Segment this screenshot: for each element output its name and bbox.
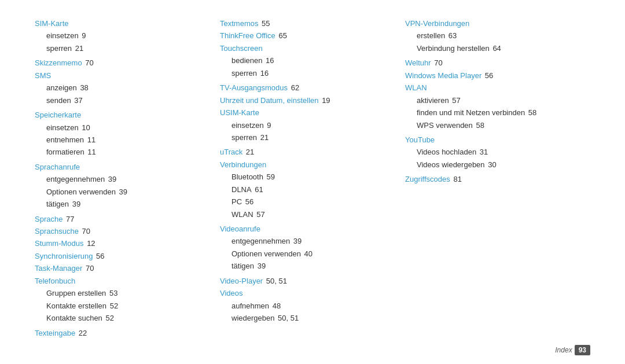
index-sub-item: Kontakte erstellen 52 [35, 300, 208, 312]
page: SIM-Karteeinsetzen 9sperren 21Skizzenmem… [0, 0, 625, 364]
index-link-item: Touchscreen [220, 42, 394, 54]
index-link-item: Sprache 77 [35, 213, 208, 225]
index-link[interactable]: Stumm-Modus [35, 239, 84, 248]
column-3: VPN-Verbindungenerstellen 63Verbindung h… [405, 17, 590, 339]
index-number: 70 [432, 58, 443, 67]
index-sub-number: 16 [258, 69, 269, 78]
index-number: 22 [76, 329, 87, 337]
index-sub-number: 39 [106, 175, 116, 183]
index-link[interactable]: Task-Manager [35, 264, 82, 273]
index-link[interactable]: Texteingabe [35, 329, 75, 337]
index-link[interactable]: USIM-Karte [220, 108, 259, 117]
index-link-item: ThinkFree Office 65 [220, 30, 394, 42]
index-sub-number: 63 [446, 31, 457, 40]
index-sub-number: 59 [264, 172, 275, 181]
index-sub-number: 58 [474, 121, 484, 130]
index-link-item: Uhrzeit und Datum, einstellen 19 [220, 94, 394, 106]
index-sub-number: 52 [104, 314, 114, 322]
index-link-item: USIM-Karte [220, 106, 394, 119]
footer-label: Index [555, 346, 572, 354]
index-link[interactable]: Sprache [35, 215, 62, 223]
index-link[interactable]: ThinkFree Office [220, 31, 275, 40]
index-number: 56 [94, 252, 104, 260]
index-link[interactable]: Video-Player [220, 277, 263, 285]
index-number: 19 [320, 96, 330, 105]
index-link[interactable]: Weltuhr [405, 58, 431, 67]
index-link-item: Textmemos 55 [220, 17, 394, 30]
index-sub-item: sperren 16 [220, 67, 394, 79]
index-sub-number: 31 [477, 148, 488, 156]
index-link[interactable]: Synchronisierung [35, 252, 93, 260]
index-number: 81 [451, 175, 462, 183]
index-sub-number: 11 [86, 148, 96, 156]
index-sub-item: PC 56 [220, 196, 394, 208]
page-number: 93 [575, 345, 590, 355]
index-sub-item: tätigen 39 [220, 260, 394, 272]
index-sub-item: WPS verwenden 58 [405, 119, 579, 131]
index-sub-number: 16 [264, 56, 274, 65]
index-link[interactable]: TV-Ausgangsmodus [220, 83, 288, 92]
index-sub-item: entgegennehmen 39 [35, 173, 208, 185]
index-number: 70 [80, 227, 90, 236]
column-2: Textmemos 55ThinkFree Office 65Touchscre… [220, 17, 405, 339]
index-sub-item: wiedergeben 50, 51 [220, 312, 394, 324]
index-link[interactable]: uTrack [220, 148, 242, 156]
index-link[interactable]: Telefonbuch [35, 277, 75, 285]
index-link[interactable]: Windows Media Player [405, 71, 481, 80]
index-link[interactable]: Touchscreen [220, 44, 263, 53]
index-sub-item: Optionen verwenden 39 [35, 186, 208, 198]
index-link[interactable]: Sprachsuche [35, 227, 79, 236]
column-1: SIM-Karteeinsetzen 9sperren 21Skizzenmem… [35, 17, 220, 339]
index-number: 70 [83, 264, 94, 273]
index-link[interactable]: Verbindungen [220, 160, 266, 169]
index-sub-item: Gruppen erstellen 53 [35, 287, 208, 299]
index-link[interactable]: YouTube [405, 135, 435, 144]
index-link[interactable]: Sprachanrufe [35, 163, 80, 171]
index-link-item: Sprachanrufe [35, 161, 208, 173]
index-link-item: Telefonbuch [35, 275, 208, 287]
index-sub-number: 58 [526, 108, 536, 117]
index-sub-item: WLAN 57 [220, 208, 394, 220]
index-sub-item: erstellen 63 [405, 30, 579, 42]
index-sub-item: entnehmen 11 [35, 134, 208, 146]
index-number: 12 [85, 239, 95, 248]
index-link[interactable]: WLAN [405, 83, 427, 92]
index-link-item: VPN-Verbindungen [405, 17, 579, 30]
index-link-item: YouTube [405, 134, 579, 146]
index-link-item: Synchronisierung 56 [35, 250, 208, 262]
index-link-item: uTrack 21 [220, 146, 394, 158]
index-sub-item: finden und mit Netzen verbinden 58 [405, 106, 579, 119]
index-sub-number: 61 [253, 185, 263, 194]
index-sub-number: 53 [107, 289, 117, 297]
index-link[interactable]: Uhrzeit und Datum, einstellen [220, 96, 319, 105]
index-link-item: SMS [35, 69, 208, 82]
footer: Index 93 [35, 339, 590, 355]
index-link[interactable]: Zugriffscodes [405, 175, 450, 183]
index-sub-item: Verbindung herstellen 64 [405, 42, 579, 54]
index-link[interactable]: VPN-Verbindungen [405, 19, 469, 28]
index-sub-number: 9 [80, 31, 86, 40]
index-link[interactable]: Textmemos [220, 19, 258, 28]
index-link-item: Skizzenmemo 70 [35, 57, 208, 69]
index-link-item: Weltuhr 70 [405, 57, 579, 69]
index-link-item: Task-Manager 70 [35, 262, 208, 274]
index-sub-number: 56 [243, 197, 253, 206]
index-link[interactable]: Skizzenmemo [35, 58, 82, 67]
index-number: 21 [244, 148, 254, 156]
index-sub-item: bedienen 16 [220, 54, 394, 67]
index-link[interactable]: Videoanrufe [220, 225, 260, 233]
index-link[interactable]: SIM-Karte [35, 19, 69, 28]
index-link[interactable]: SMS [35, 71, 51, 80]
index-sub-number: 57 [450, 96, 461, 105]
index-number: 56 [483, 71, 493, 80]
index-number: 50, 51 [264, 277, 287, 285]
index-link-item: WLAN [405, 82, 579, 94]
index-sub-number: 10 [80, 123, 90, 132]
index-link[interactable]: Videos [220, 289, 243, 297]
index-sub-item: sperren 21 [35, 42, 208, 54]
index-sub-item: Kontakte suchen 52 [35, 312, 208, 324]
index-sub-item: aufnehmen 48 [220, 300, 394, 312]
index-link[interactable]: Speicherkarte [35, 111, 81, 119]
index-sub-item: anzeigen 38 [35, 82, 208, 94]
index-link-item: Texteingabe 22 [35, 327, 208, 339]
